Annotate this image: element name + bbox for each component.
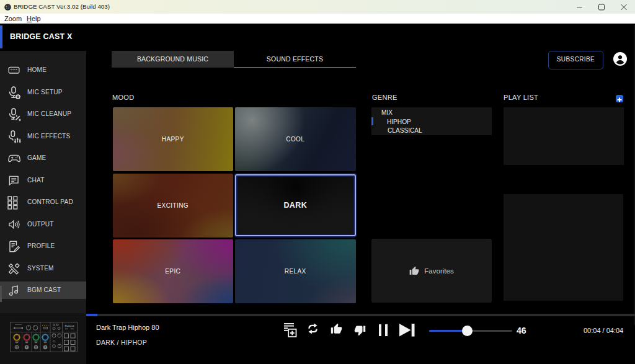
svg-text:Roland: Roland xyxy=(65,324,74,327)
